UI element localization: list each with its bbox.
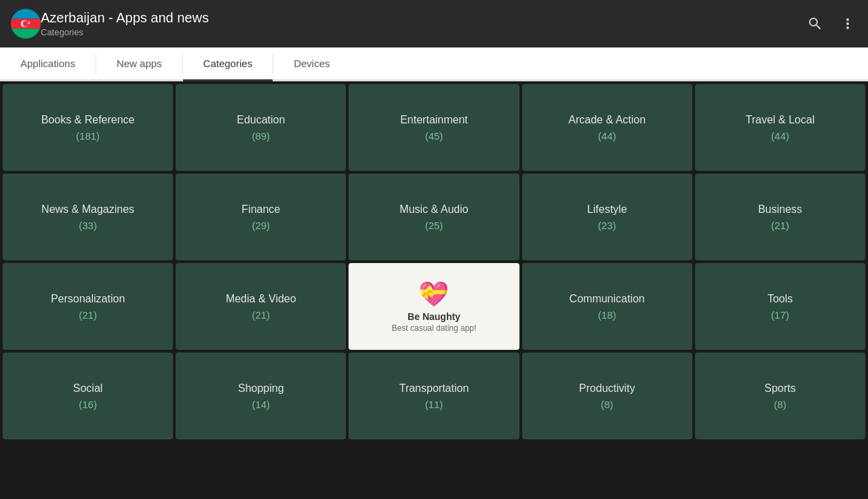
- category-tile-news---magazines[interactable]: News & Magazines (33): [3, 174, 173, 260]
- category-tile-business[interactable]: Business (21): [695, 174, 865, 260]
- svg-point-4: [23, 21, 28, 26]
- ad-tile[interactable]: 💝 Be Naughty Best casual dating app!: [349, 263, 519, 350]
- category-count: (33): [79, 220, 97, 231]
- category-count: (25): [425, 220, 443, 231]
- category-tile-books---reference[interactable]: Books & Reference (181): [3, 84, 173, 171]
- category-count: (21): [79, 309, 97, 321]
- category-count: (89): [252, 130, 270, 142]
- search-icon[interactable]: [806, 14, 825, 33]
- header-title-area: Azerbaijan - Apps and news Categories: [41, 10, 806, 37]
- category-name: Shopping: [233, 382, 290, 395]
- category-count: (17): [771, 309, 789, 321]
- category-name: Travel & Local: [741, 114, 821, 126]
- category-tile-personalization[interactable]: Personalization (21): [3, 263, 173, 350]
- category-tile-tools[interactable]: Tools (17): [695, 263, 865, 350]
- category-name: Books & Reference: [36, 114, 140, 126]
- category-tile-music---audio[interactable]: Music & Audio (25): [349, 174, 519, 260]
- ad-icon: 💝: [418, 280, 449, 308]
- category-count: (8): [774, 399, 786, 410]
- category-tile-travel---local[interactable]: Travel & Local (44): [695, 84, 865, 171]
- categories-grid: Books & Reference (181) Education (89) E…: [0, 81, 868, 442]
- ad-subtitle: Best casual dating app!: [392, 323, 477, 333]
- category-tile-finance[interactable]: Finance (29): [176, 174, 346, 260]
- category-name: Education: [231, 114, 290, 126]
- app-title: Azerbaijan - Apps and news: [41, 10, 806, 26]
- category-count: (181): [76, 130, 100, 142]
- category-name: Social: [68, 382, 108, 395]
- category-count: (44): [598, 130, 616, 142]
- category-count: (21): [771, 220, 789, 231]
- category-count: (11): [425, 399, 443, 410]
- tab-new-apps[interactable]: New apps: [96, 47, 182, 81]
- category-count: (14): [252, 399, 270, 410]
- category-count: (18): [598, 309, 616, 321]
- category-tile-entertainment[interactable]: Entertainment (45): [349, 84, 519, 171]
- category-count: (23): [598, 220, 616, 231]
- category-count: (44): [771, 130, 789, 142]
- svg-point-6: [28, 22, 30, 23]
- category-tile-communication[interactable]: Communication (18): [522, 263, 692, 350]
- category-tile-sports[interactable]: Sports (8): [695, 353, 865, 439]
- category-tile-productivity[interactable]: Productivity (8): [522, 353, 692, 439]
- category-tile-lifestyle[interactable]: Lifestyle (23): [522, 174, 692, 260]
- category-tile-shopping[interactable]: Shopping (14): [176, 353, 346, 439]
- category-count: (45): [425, 130, 443, 142]
- category-tile-arcade---action[interactable]: Arcade & Action (44): [522, 84, 692, 171]
- app-header: Azerbaijan - Apps and news Categories: [0, 0, 868, 47]
- category-count: (16): [79, 399, 97, 410]
- category-name: Business: [753, 203, 808, 216]
- category-name: Communication: [564, 293, 650, 305]
- category-count: (21): [252, 309, 270, 321]
- category-name: Arcade & Action: [563, 114, 651, 126]
- app-subtitle: Categories: [41, 27, 806, 37]
- tab-devices[interactable]: Devices: [273, 47, 350, 81]
- svg-rect-0: [11, 9, 41, 19]
- category-tile-education[interactable]: Education (89): [176, 84, 346, 171]
- svg-rect-2: [11, 28, 41, 39]
- category-name: Finance: [236, 203, 285, 216]
- category-name: Media & Video: [220, 293, 302, 305]
- category-name: Entertainment: [395, 114, 473, 126]
- category-name: Music & Audio: [394, 203, 473, 216]
- nav-tabs: Applications New apps Categories Devices: [0, 47, 868, 81]
- category-tile-media---video[interactable]: Media & Video (21): [176, 263, 346, 350]
- category-name: News & Magazines: [36, 203, 140, 216]
- tab-categories[interactable]: Categories: [183, 47, 273, 81]
- more-options-icon[interactable]: [838, 14, 857, 33]
- category-tile-social[interactable]: Social (16): [3, 353, 173, 439]
- tab-applications[interactable]: Applications: [0, 47, 96, 81]
- category-tile-transportation[interactable]: Transportation (11): [349, 353, 519, 439]
- category-name: Transportation: [394, 382, 475, 395]
- category-count: (29): [252, 220, 270, 231]
- category-name: Productivity: [574, 382, 641, 395]
- category-name: Lifestyle: [582, 203, 633, 216]
- category-name: Tools: [762, 293, 798, 305]
- category-name: Sports: [759, 382, 801, 395]
- category-count: (8): [601, 399, 613, 410]
- ad-title: Be Naughty: [408, 311, 460, 322]
- category-name: Personalization: [45, 293, 130, 305]
- header-actions: [806, 14, 857, 33]
- app-logo: [11, 9, 41, 39]
